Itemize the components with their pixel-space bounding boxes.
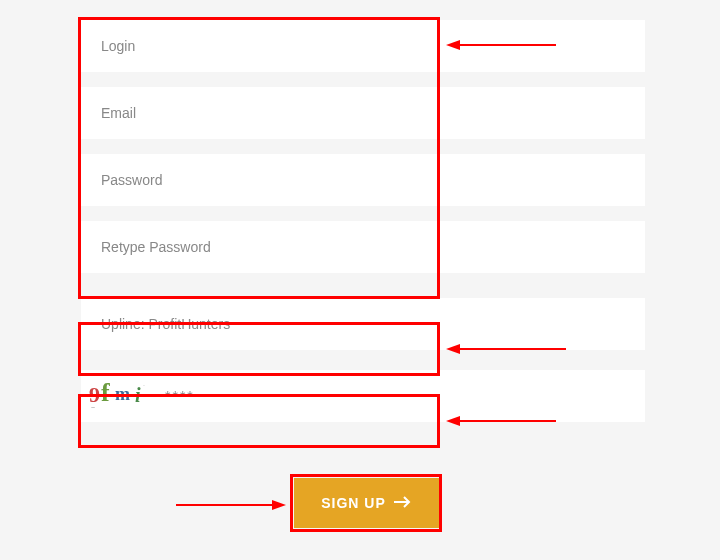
login-field-wrap: [81, 20, 645, 72]
password-input[interactable]: [81, 154, 645, 206]
password-field-wrap: [81, 154, 645, 206]
captcha-input[interactable]: [155, 370, 645, 422]
signup-form: Upline: ProfitHunters 9 f m i ~ .: [81, 20, 645, 437]
email-field-wrap: [81, 87, 645, 139]
upline-text: Upline: ProfitHunters: [81, 316, 250, 332]
retype-password-field-wrap: [81, 221, 645, 273]
svg-marker-8: [272, 500, 286, 510]
email-input[interactable]: [81, 87, 645, 139]
signup-button-label: SIGN UP: [321, 495, 386, 511]
signup-button[interactable]: SIGN UP: [294, 478, 439, 528]
captcha-image: 9 f m i ~ .: [87, 376, 155, 416]
annotation-arrow-button: [176, 498, 286, 512]
upline-field-wrap: Upline: ProfitHunters: [81, 298, 645, 350]
arrow-right-icon: [394, 495, 412, 511]
login-input[interactable]: [81, 20, 645, 72]
retype-password-input[interactable]: [81, 221, 645, 273]
captcha-field-wrap: 9 f m i ~ .: [81, 370, 645, 422]
